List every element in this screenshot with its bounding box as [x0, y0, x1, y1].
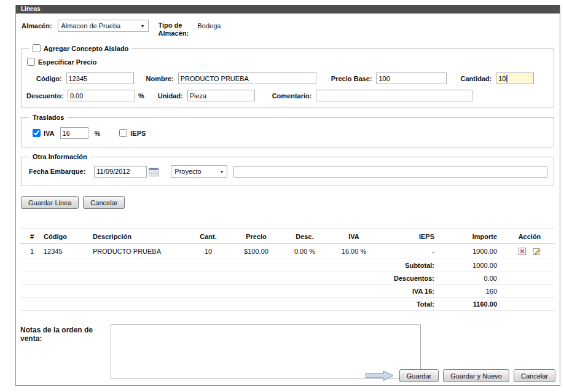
delete-icon[interactable] [518, 247, 527, 256]
col-importe: Importe [443, 229, 504, 244]
cell-cant: 10 [185, 244, 232, 259]
especificar-precio-row: Especificar Precio [27, 58, 549, 66]
col-precio: Precio [232, 229, 281, 244]
table-row: 1 12345 PRODUCTO PRUEBA 10 $100.00 0.00 … [20, 244, 555, 259]
codigo-input[interactable] [66, 73, 134, 84]
concepto-input-row-2: Descuento: % Unidad: Comentario: [26, 90, 549, 101]
tipo-almacen-value: Bodega [198, 20, 221, 29]
summary-row-subtotal: Subtotal: 1000.00 [20, 259, 555, 272]
iva-input[interactable] [60, 127, 88, 139]
summary-row-total: Total: 1160.00 [20, 298, 555, 311]
chevron-down-icon: ▼ [141, 24, 145, 28]
descuentos-value: 0.00 [443, 272, 504, 285]
descuento-label: Descuento: [26, 92, 63, 100]
especificar-precio-checkbox[interactable] [27, 58, 35, 66]
edit-icon[interactable] [533, 247, 541, 256]
iva-total-value: 160 [443, 285, 504, 298]
subtotal-label: Subtotal: [379, 259, 443, 272]
descuento-percent-sign: % [138, 92, 144, 100]
col-descripcion: Descripción [93, 229, 185, 244]
cell-codigo: 12345 [44, 244, 93, 259]
warehouse-row: Almacén: Almacen de Prueba ▼ Tipo de Alm… [22, 20, 555, 37]
cell-iva: 16.00 % [329, 244, 379, 259]
col-iva: IVA [329, 229, 379, 244]
cantidad-label: Cantidad: [460, 75, 492, 82]
unidad-label: Unidad: [158, 92, 183, 100]
nombre-input[interactable] [178, 73, 316, 84]
lines-table: # Código Descripción Cant. Precio Desc. … [20, 229, 555, 311]
especificar-precio-label: Especificar Precio [38, 58, 96, 66]
col-cant: Cant. [185, 229, 232, 244]
almacen-label: Almacén: [22, 20, 52, 29]
col-accion: Acción [504, 229, 555, 244]
cell-precio: $100.00 [232, 244, 281, 259]
guardar-y-nuevo-button[interactable]: Guardar y Nuevo [443, 369, 509, 382]
panel-content: Almacén: Almacen de Prueba ▼ Tipo de Alm… [16, 14, 560, 385]
total-value: 1160.00 [443, 298, 504, 311]
fecha-embarque-input[interactable] [94, 166, 147, 178]
otra-informacion-row: Fecha Embarque: Proyecto ▼ [29, 165, 549, 178]
precio-base-label: Precio Base: [331, 75, 372, 82]
guardar-linea-button[interactable]: Guardar Linea [21, 196, 79, 209]
agregar-concepto-checkbox[interactable] [33, 44, 41, 52]
col-desc: Desc. [281, 229, 329, 244]
cell-descripcion: PRODUCTO PRUEBA [93, 244, 185, 259]
panel-header: Lineas [16, 5, 560, 14]
comentario-label: Comentario: [272, 92, 312, 100]
iva-percent-sign: % [95, 130, 101, 137]
subtotal-value: 1000.00 [443, 259, 504, 272]
col-ieps: IEPS [379, 229, 443, 244]
concepto-legend: Agregar Concepto Aislado [29, 44, 131, 52]
iva-checkbox[interactable] [33, 129, 41, 137]
cell-accion [504, 244, 555, 259]
panel-title: Lineas [21, 6, 41, 12]
chevron-down-icon: ▼ [219, 170, 224, 174]
line-buttons-row: Guardar Linea Cancelar [21, 196, 555, 209]
traslados-legend-label: Traslados [33, 114, 64, 121]
iva-total-label: IVA 16: [379, 285, 443, 298]
col-num: # [20, 229, 44, 244]
traslados-fieldset: Traslados IVA % IEPS [21, 114, 554, 147]
table-header-row: # Código Descripción Cant. Precio Desc. … [20, 229, 555, 244]
precio-base-input[interactable] [376, 73, 447, 84]
descuentos-label: Descuentos: [379, 272, 443, 285]
lineas-panel: Lineas Almacén: Almacen de Prueba ▼ Tipo… [15, 5, 560, 386]
cantidad-input[interactable]: 10 [496, 73, 534, 84]
almacen-select-value: Almacen de Prueba [61, 22, 121, 29]
otra-informacion-fieldset: Otra Información Fecha Embarque: [21, 153, 554, 186]
cell-desc: 0.00 % [281, 244, 329, 259]
codigo-label: Código: [36, 75, 62, 82]
summary-row-iva: IVA 16: 160 [20, 285, 555, 298]
almacen-select[interactable]: Almacen de Prueba ▼ [58, 20, 149, 32]
guardar-button[interactable]: Guardar [399, 369, 439, 382]
annotation-arrow-icon [366, 370, 394, 381]
cancelar-linea-button[interactable]: Cancelar [83, 196, 125, 209]
summary-row-descuentos: Descuentos: 0.00 [20, 272, 555, 285]
otra-informacion-legend: Otra Información [29, 153, 90, 160]
cell-num: 1 [20, 244, 44, 259]
unidad-input[interactable] [187, 90, 255, 101]
total-label: Total: [379, 298, 443, 311]
iva-label: IVA [44, 130, 55, 137]
ieps-label: IEPS [130, 130, 146, 137]
cell-ieps: - [379, 244, 443, 259]
proyecto-select-value: Proyecto [174, 168, 201, 175]
footer-buttons-row: Guardar Guardar y Nuevo Cancelar [366, 369, 555, 382]
otra-informacion-legend-label: Otra Información [33, 153, 87, 160]
comentario-input[interactable] [316, 90, 472, 101]
cell-importe: 1000.00 [443, 244, 504, 259]
otra-informacion-input[interactable] [233, 166, 547, 178]
text-caret [506, 75, 507, 82]
concepto-input-row-1: Código: Nombre: Precio Base: Cantidad: 1… [26, 73, 549, 84]
descuento-input[interactable] [68, 90, 135, 101]
col-codigo: Código [44, 229, 93, 244]
proyecto-select[interactable]: Proyecto ▼ [171, 165, 227, 178]
tipo-almacen-label: Tipo de Almacén: [159, 20, 194, 37]
concepto-fieldset: Agregar Concepto Aislado Especificar Pre… [21, 44, 554, 108]
cancelar-button[interactable]: Cancelar [514, 369, 555, 382]
ieps-checkbox[interactable] [119, 129, 127, 137]
traslados-legend: Traslados [29, 114, 67, 121]
notas-label: Notas de la orden de venta: [20, 324, 111, 343]
calendar-icon[interactable] [149, 167, 159, 176]
nombre-label: Nombre: [146, 75, 174, 82]
